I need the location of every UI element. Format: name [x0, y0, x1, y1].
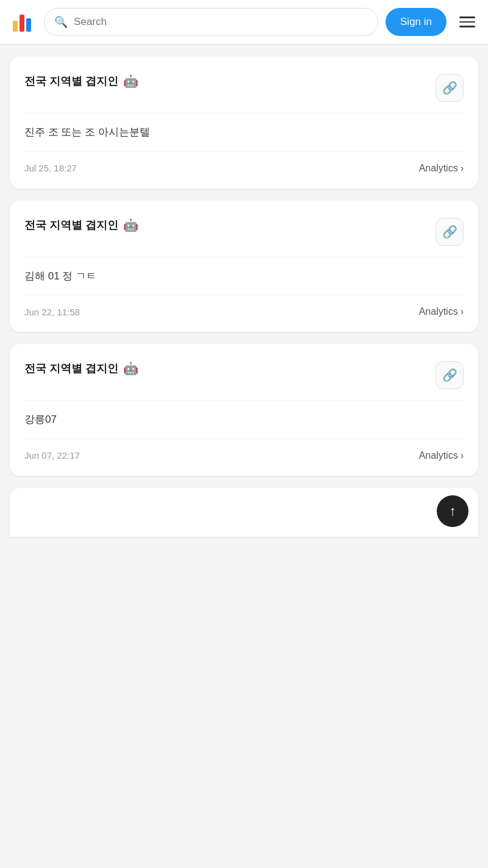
card-3-footer: Jun 07, 22:17 Analytics › [24, 450, 464, 461]
content: 전국 지역별 겹지인 🤖 🔗 진주 조 또는 조 아시는분텔 Jul 25, 1… [0, 45, 488, 549]
card-1-robot-icon: 🤖 [123, 74, 138, 88]
card-1: 전국 지역별 겹지인 🤖 🔗 진주 조 또는 조 아시는분텔 Jul 25, 1… [10, 57, 478, 188]
search-input[interactable] [74, 16, 368, 28]
card-2-body: 김해 01 정 ㄱㅌ [24, 268, 464, 284]
logo-bar-blue [26, 18, 31, 32]
menu-button[interactable] [454, 9, 481, 35]
card-1-link-icon: 🔗 [442, 81, 458, 95]
card-3-title: 전국 지역별 겹지인 🤖 [24, 361, 138, 376]
card-2-title-text: 전국 지역별 겹지인 [24, 218, 118, 232]
card-3: 전국 지역별 겹지인 🤖 🔗 강릉07 Jun 07, 22:17 Analyt… [10, 344, 478, 476]
card-1-divider [24, 113, 464, 113]
bottom-row: ↑ [10, 488, 478, 537]
card-2-footer: Jun 22, 11:58 Analytics › [24, 306, 464, 317]
card-3-analytics-label: Analytics [419, 450, 458, 461]
card-1-date: Jul 25, 18:27 [24, 163, 77, 173]
header: 🔍 Sign in [0, 0, 488, 45]
partial-card-wrap [10, 488, 478, 537]
card-1-body: 진주 조 또는 조 아시는분텔 [24, 124, 464, 140]
card-3-divider [24, 400, 464, 401]
search-icon: 🔍 [54, 15, 68, 29]
card-3-analytics-link[interactable]: Analytics › [419, 450, 464, 461]
card-2-link-button[interactable]: 🔗 [436, 218, 464, 246]
card-2-title: 전국 지역별 겹지인 🤖 [24, 218, 138, 232]
card-2-chevron-icon: › [461, 306, 464, 317]
card-2-analytics-label: Analytics [419, 306, 458, 317]
card-1-title-text: 전국 지역별 겹지인 [24, 74, 118, 88]
card-2-header: 전국 지역별 겹지인 🤖 🔗 [24, 218, 464, 246]
card-1-link-button[interactable]: 🔗 [436, 74, 464, 102]
card-1-footer: Jul 25, 18:27 Analytics › [24, 163, 464, 174]
card-1-analytics-label: Analytics [419, 163, 458, 174]
card-3-chevron-icon: › [461, 450, 464, 461]
card-1-header: 전국 지역별 겹지인 🤖 🔗 [24, 74, 464, 102]
card-2-date: Jun 22, 11:58 [24, 307, 80, 317]
card-1-title: 전국 지역별 겹지인 🤖 [24, 74, 138, 88]
card-3-link-button[interactable]: 🔗 [436, 361, 464, 389]
menu-bar-2 [459, 21, 475, 23]
card-2-analytics-link[interactable]: Analytics › [419, 306, 464, 317]
card-3-header: 전국 지역별 겹지인 🤖 🔗 [24, 361, 464, 389]
card-2: 전국 지역별 겹지인 🤖 🔗 김해 01 정 ㄱㅌ Jun 22, 11:58 … [10, 201, 478, 332]
card-1-analytics-link[interactable]: Analytics › [419, 163, 464, 174]
menu-bar-1 [459, 16, 475, 18]
logo-bar-yellow [13, 21, 18, 32]
card-2-divider [24, 257, 464, 257]
card-3-link-icon: 🔗 [442, 368, 458, 382]
card-1-chevron-icon: › [461, 163, 464, 174]
card-3-robot-icon: 🤖 [123, 361, 138, 376]
logo-bar-red [20, 15, 24, 32]
card-2-divider-2 [24, 295, 464, 295]
menu-bar-3 [459, 26, 475, 27]
card-2-robot-icon: 🤖 [123, 218, 138, 232]
scroll-top-button[interactable]: ↑ [437, 495, 468, 527]
card-2-link-icon: 🔗 [442, 224, 458, 239]
card-3-divider-2 [24, 439, 464, 439]
card-3-title-text: 전국 지역별 겹지인 [24, 361, 118, 376]
card-3-body: 강릉07 [24, 412, 464, 428]
scroll-top-icon: ↑ [450, 503, 456, 519]
signin-button[interactable]: Sign in [386, 8, 447, 36]
card-1-divider-2 [24, 151, 464, 152]
logo [7, 7, 37, 37]
search-box[interactable]: 🔍 [44, 8, 378, 36]
logo-bars [13, 12, 31, 32]
partial-card [10, 488, 478, 537]
card-3-date: Jun 07, 22:17 [24, 450, 80, 461]
